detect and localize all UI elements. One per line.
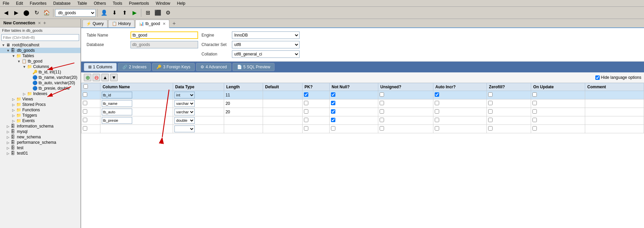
zerofill-checkbox[interactable] — [488, 92, 493, 97]
toolbar-import-btn[interactable]: ⬇ — [110, 8, 119, 18]
toolbar-home-btn[interactable]: 🏠 — [42, 8, 51, 18]
menu-database[interactable]: Database — [52, 1, 72, 6]
select-all-checkbox[interactable] — [84, 84, 88, 89]
indexes-toggle[interactable]: ▷ — [22, 92, 27, 96]
auto-incr-checkbox[interactable] — [435, 92, 439, 97]
columns-group-toggle[interactable]: ▼ — [22, 65, 27, 69]
col-name-input[interactable] — [102, 92, 132, 98]
toolbar-table-btn[interactable]: ⬛ — [153, 8, 163, 18]
charset-select[interactable]: utf8 — [232, 41, 300, 48]
data-type-select[interactable]: varchar — [174, 109, 195, 115]
pk-checkbox[interactable] — [304, 92, 308, 97]
tables-toggle[interactable]: ▼ — [11, 54, 16, 58]
add-tab-btn[interactable]: ＋ — [171, 20, 177, 27]
data-type-select[interactable]: double — [174, 117, 195, 124]
tree-events[interactable]: ▷ 📁 Events — [0, 118, 80, 123]
col-name-input[interactable] — [102, 100, 132, 107]
new-schema-toggle[interactable]: ▷ — [5, 135, 11, 139]
col-name-input[interactable] — [102, 109, 132, 115]
tab-history[interactable]: 📋 History — [108, 20, 135, 27]
unsigned-checkbox[interactable] — [380, 109, 384, 114]
tab-query[interactable]: ⚡ Query — [82, 20, 108, 27]
tree-functions[interactable]: ▷ 📁 Functions — [0, 107, 80, 113]
tree-tables[interactable]: ▼ 📁 Tables — [0, 53, 80, 59]
tree-information-schema[interactable]: ▷ 🗄 information_schema — [0, 123, 80, 129]
sub-tab-indexes[interactable]: 🔗 2 Indexes — [118, 63, 151, 71]
pk-checkbox[interactable] — [304, 101, 308, 105]
new-connection-add[interactable]: ＋ — [42, 20, 47, 26]
unsigned-checkbox[interactable] — [380, 118, 384, 122]
menu-table[interactable]: Table — [76, 1, 89, 6]
on-update-checkbox[interactable] — [532, 126, 537, 131]
root-toggle[interactable]: ▼ — [1, 43, 6, 47]
info-schema-toggle[interactable]: ▷ — [5, 124, 11, 128]
zerofill-checkbox[interactable] — [488, 126, 493, 131]
tb-good-toggle[interactable]: ▼ — [16, 60, 22, 63]
auto-incr-checkbox[interactable] — [435, 109, 439, 114]
menu-powertools[interactable]: Powertools — [127, 1, 150, 6]
sub-tab-sql-preview[interactable]: 📄 5 SQL Preview — [233, 63, 275, 71]
pk-checkbox[interactable] — [304, 109, 308, 114]
menu-tools[interactable]: Tools — [111, 1, 123, 6]
toolbar-back-btn[interactable]: ◀ — [1, 8, 11, 18]
tree-db-goods[interactable]: ▼ 🗄 db_goods — [0, 48, 80, 53]
table-name-input[interactable] — [130, 31, 198, 39]
functions-toggle[interactable]: ▷ — [11, 108, 16, 112]
row-checkbox[interactable] — [83, 101, 87, 105]
mysql-toggle[interactable]: ▷ — [5, 130, 11, 134]
tb-good-tab-close[interactable]: ✕ — [163, 22, 166, 26]
pk-checkbox[interactable] — [304, 118, 308, 122]
tree-root[interactable]: ▼ 🖥 root@localhost — [0, 42, 80, 48]
menu-window[interactable]: Window — [154, 1, 172, 6]
unsigned-checkbox[interactable] — [380, 126, 384, 131]
sub-tab-foreign-keys[interactable]: 🔑 3 Foreign Keys — [152, 63, 195, 71]
row-checkbox[interactable] — [83, 92, 87, 97]
toolbar-user-btn[interactable]: 👤 — [99, 8, 109, 18]
tab-tb-good[interactable]: 📊 tb_good ✕ — [135, 20, 169, 28]
tree-col-tb-auto[interactable]: ▷ 🔵 tb_auto, varchar(20) — [0, 80, 80, 86]
auto-incr-checkbox[interactable] — [435, 118, 439, 122]
menu-others[interactable]: Others — [92, 1, 107, 6]
tree-col-tb-name[interactable]: ▷ 🔵 tb_name, varchar(20) — [0, 75, 80, 80]
on-update-checkbox[interactable] — [532, 92, 537, 97]
auto-incr-checkbox[interactable] — [435, 101, 439, 105]
toolbar-settings-btn[interactable]: ⚙ — [163, 8, 173, 18]
test01-toggle[interactable]: ▷ — [5, 152, 11, 155]
move-down-btn[interactable]: ▼ — [110, 74, 118, 81]
toolbar-forward-btn[interactable]: ▶ — [11, 8, 21, 18]
toolbar-run-btn[interactable]: ▶ — [130, 8, 139, 18]
col-name-input[interactable] — [102, 117, 132, 124]
perf-schema-toggle[interactable]: ▷ — [5, 141, 11, 144]
toolbar-grid-btn[interactable]: ⊞ — [143, 8, 152, 18]
sub-tab-advanced[interactable]: ⚙ 4 Advanced — [196, 63, 231, 71]
on-update-checkbox[interactable] — [532, 109, 537, 114]
add-column-btn[interactable]: ⊕ — [84, 74, 91, 81]
remove-column-btn[interactable]: ⊖ — [93, 74, 100, 81]
db-goods-toggle[interactable]: ▼ — [5, 49, 11, 52]
auto-incr-checkbox[interactable] — [435, 126, 439, 131]
tree-new-schema[interactable]: ▷ 🗄 new_schema — [0, 134, 80, 140]
events-toggle[interactable]: ▷ — [11, 119, 16, 123]
toolbar-export-btn[interactable]: ⬆ — [120, 8, 129, 18]
zerofill-checkbox[interactable] — [488, 109, 493, 114]
on-update-checkbox[interactable] — [532, 118, 537, 122]
connection-tab-close[interactable]: ✕ — [38, 21, 41, 25]
unsigned-checkbox[interactable] — [380, 92, 384, 97]
move-up-btn[interactable]: ▲ — [101, 74, 109, 81]
views-toggle[interactable]: ▷ — [11, 97, 16, 101]
sub-tab-columns[interactable]: ⊞ 1 Columns — [84, 63, 117, 71]
menu-file[interactable]: File — [1, 1, 10, 6]
row-checkbox[interactable] — [83, 118, 87, 122]
unsigned-checkbox[interactable] — [380, 101, 384, 105]
tree-tb-good[interactable]: ▼ 📋 tb_good — [0, 59, 80, 64]
stored-procs-toggle[interactable]: ▷ — [11, 103, 16, 107]
tree-col-tb-id[interactable]: ▷ 🔑 tb_id, int(11) — [0, 69, 80, 75]
tree-indexes[interactable]: ▷ 📁 Indexes — [0, 91, 80, 96]
hide-lang-checkbox[interactable] — [595, 75, 600, 80]
tree-mysql[interactable]: ▷ 🗄 mysql — [0, 129, 80, 134]
test-toggle[interactable]: ▷ — [5, 146, 11, 150]
tree-test[interactable]: ▷ 🗄 test — [0, 145, 80, 151]
toolbar-stop-btn[interactable]: ⬤ — [22, 8, 31, 18]
tree-columns-group[interactable]: ▼ 📁 Columns — [0, 64, 80, 69]
tree-test01[interactable]: ▷ 🗄 test01 — [0, 151, 80, 156]
